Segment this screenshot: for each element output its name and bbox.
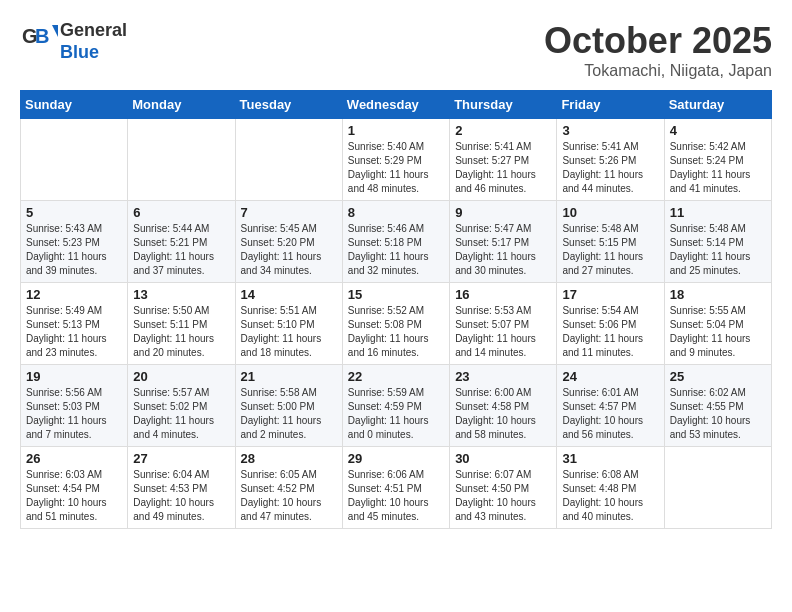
day-info: Sunrise: 5:40 AM Sunset: 5:29 PM Dayligh… — [348, 140, 444, 196]
day-info: Sunrise: 6:01 AM Sunset: 4:57 PM Dayligh… — [562, 386, 658, 442]
calendar-cell: 18Sunrise: 5:55 AM Sunset: 5:04 PM Dayli… — [664, 283, 771, 365]
calendar-cell: 14Sunrise: 5:51 AM Sunset: 5:10 PM Dayli… — [235, 283, 342, 365]
day-number: 21 — [241, 369, 337, 384]
calendar-cell: 29Sunrise: 6:06 AM Sunset: 4:51 PM Dayli… — [342, 447, 449, 529]
calendar-cell: 4Sunrise: 5:42 AM Sunset: 5:24 PM Daylig… — [664, 119, 771, 201]
day-info: Sunrise: 6:06 AM Sunset: 4:51 PM Dayligh… — [348, 468, 444, 524]
day-info: Sunrise: 5:42 AM Sunset: 5:24 PM Dayligh… — [670, 140, 766, 196]
day-info: Sunrise: 6:03 AM Sunset: 4:54 PM Dayligh… — [26, 468, 122, 524]
day-info: Sunrise: 5:57 AM Sunset: 5:02 PM Dayligh… — [133, 386, 229, 442]
day-info: Sunrise: 5:50 AM Sunset: 5:11 PM Dayligh… — [133, 304, 229, 360]
calendar-cell: 11Sunrise: 5:48 AM Sunset: 5:14 PM Dayli… — [664, 201, 771, 283]
day-info: Sunrise: 5:52 AM Sunset: 5:08 PM Dayligh… — [348, 304, 444, 360]
calendar-cell: 13Sunrise: 5:50 AM Sunset: 5:11 PM Dayli… — [128, 283, 235, 365]
day-number: 3 — [562, 123, 658, 138]
day-number: 20 — [133, 369, 229, 384]
day-info: Sunrise: 5:51 AM Sunset: 5:10 PM Dayligh… — [241, 304, 337, 360]
day-number: 8 — [348, 205, 444, 220]
calendar-cell: 10Sunrise: 5:48 AM Sunset: 5:15 PM Dayli… — [557, 201, 664, 283]
day-number: 4 — [670, 123, 766, 138]
column-header-tuesday: Tuesday — [235, 91, 342, 119]
calendar: SundayMondayTuesdayWednesdayThursdayFrid… — [20, 90, 772, 529]
day-number: 22 — [348, 369, 444, 384]
day-info: Sunrise: 5:44 AM Sunset: 5:21 PM Dayligh… — [133, 222, 229, 278]
calendar-cell: 22Sunrise: 5:59 AM Sunset: 4:59 PM Dayli… — [342, 365, 449, 447]
column-header-sunday: Sunday — [21, 91, 128, 119]
calendar-cell: 20Sunrise: 5:57 AM Sunset: 5:02 PM Dayli… — [128, 365, 235, 447]
calendar-cell: 17Sunrise: 5:54 AM Sunset: 5:06 PM Dayli… — [557, 283, 664, 365]
month-title: October 2025 — [544, 20, 772, 62]
day-info: Sunrise: 5:53 AM Sunset: 5:07 PM Dayligh… — [455, 304, 551, 360]
day-number: 13 — [133, 287, 229, 302]
day-number: 29 — [348, 451, 444, 466]
day-info: Sunrise: 5:45 AM Sunset: 5:20 PM Dayligh… — [241, 222, 337, 278]
title-block: October 2025 Tokamachi, Niigata, Japan — [544, 20, 772, 80]
day-number: 31 — [562, 451, 658, 466]
calendar-cell: 25Sunrise: 6:02 AM Sunset: 4:55 PM Dayli… — [664, 365, 771, 447]
day-number: 28 — [241, 451, 337, 466]
day-number: 23 — [455, 369, 551, 384]
day-number: 26 — [26, 451, 122, 466]
day-number: 5 — [26, 205, 122, 220]
day-number: 10 — [562, 205, 658, 220]
day-number: 27 — [133, 451, 229, 466]
day-number: 24 — [562, 369, 658, 384]
calendar-cell: 6Sunrise: 5:44 AM Sunset: 5:21 PM Daylig… — [128, 201, 235, 283]
calendar-cell: 16Sunrise: 5:53 AM Sunset: 5:07 PM Dayli… — [450, 283, 557, 365]
day-number: 9 — [455, 205, 551, 220]
location: Tokamachi, Niigata, Japan — [544, 62, 772, 80]
day-number: 6 — [133, 205, 229, 220]
logo-line2: Blue — [60, 42, 127, 64]
calendar-cell — [235, 119, 342, 201]
column-header-friday: Friday — [557, 91, 664, 119]
calendar-cell: 31Sunrise: 6:08 AM Sunset: 4:48 PM Dayli… — [557, 447, 664, 529]
day-number: 7 — [241, 205, 337, 220]
day-info: Sunrise: 5:48 AM Sunset: 5:15 PM Dayligh… — [562, 222, 658, 278]
calendar-cell: 12Sunrise: 5:49 AM Sunset: 5:13 PM Dayli… — [21, 283, 128, 365]
calendar-cell — [128, 119, 235, 201]
day-number: 17 — [562, 287, 658, 302]
svg-text:B: B — [35, 25, 49, 47]
calendar-cell: 26Sunrise: 6:03 AM Sunset: 4:54 PM Dayli… — [21, 447, 128, 529]
calendar-week-3: 12Sunrise: 5:49 AM Sunset: 5:13 PM Dayli… — [21, 283, 772, 365]
calendar-week-5: 26Sunrise: 6:03 AM Sunset: 4:54 PM Dayli… — [21, 447, 772, 529]
calendar-cell: 24Sunrise: 6:01 AM Sunset: 4:57 PM Dayli… — [557, 365, 664, 447]
calendar-cell — [664, 447, 771, 529]
calendar-cell: 9Sunrise: 5:47 AM Sunset: 5:17 PM Daylig… — [450, 201, 557, 283]
day-number: 19 — [26, 369, 122, 384]
calendar-cell: 19Sunrise: 5:56 AM Sunset: 5:03 PM Dayli… — [21, 365, 128, 447]
day-number: 18 — [670, 287, 766, 302]
calendar-cell: 7Sunrise: 5:45 AM Sunset: 5:20 PM Daylig… — [235, 201, 342, 283]
day-info: Sunrise: 5:43 AM Sunset: 5:23 PM Dayligh… — [26, 222, 122, 278]
column-header-wednesday: Wednesday — [342, 91, 449, 119]
calendar-cell: 27Sunrise: 6:04 AM Sunset: 4:53 PM Dayli… — [128, 447, 235, 529]
column-header-saturday: Saturday — [664, 91, 771, 119]
day-number: 30 — [455, 451, 551, 466]
day-number: 12 — [26, 287, 122, 302]
day-info: Sunrise: 5:59 AM Sunset: 4:59 PM Dayligh… — [348, 386, 444, 442]
calendar-cell: 15Sunrise: 5:52 AM Sunset: 5:08 PM Dayli… — [342, 283, 449, 365]
day-number: 15 — [348, 287, 444, 302]
day-info: Sunrise: 5:46 AM Sunset: 5:18 PM Dayligh… — [348, 222, 444, 278]
calendar-cell: 23Sunrise: 6:00 AM Sunset: 4:58 PM Dayli… — [450, 365, 557, 447]
day-info: Sunrise: 6:00 AM Sunset: 4:58 PM Dayligh… — [455, 386, 551, 442]
day-number: 2 — [455, 123, 551, 138]
header: G B General Blue October 2025 Tokamachi,… — [20, 20, 772, 80]
day-info: Sunrise: 5:41 AM Sunset: 5:27 PM Dayligh… — [455, 140, 551, 196]
day-number: 16 — [455, 287, 551, 302]
column-header-thursday: Thursday — [450, 91, 557, 119]
calendar-cell: 1Sunrise: 5:40 AM Sunset: 5:29 PM Daylig… — [342, 119, 449, 201]
calendar-cell: 28Sunrise: 6:05 AM Sunset: 4:52 PM Dayli… — [235, 447, 342, 529]
calendar-cell: 8Sunrise: 5:46 AM Sunset: 5:18 PM Daylig… — [342, 201, 449, 283]
calendar-header-row: SundayMondayTuesdayWednesdayThursdayFrid… — [21, 91, 772, 119]
day-info: Sunrise: 5:47 AM Sunset: 5:17 PM Dayligh… — [455, 222, 551, 278]
day-info: Sunrise: 5:55 AM Sunset: 5:04 PM Dayligh… — [670, 304, 766, 360]
column-header-monday: Monday — [128, 91, 235, 119]
calendar-cell: 5Sunrise: 5:43 AM Sunset: 5:23 PM Daylig… — [21, 201, 128, 283]
day-number: 11 — [670, 205, 766, 220]
calendar-week-4: 19Sunrise: 5:56 AM Sunset: 5:03 PM Dayli… — [21, 365, 772, 447]
day-info: Sunrise: 5:49 AM Sunset: 5:13 PM Dayligh… — [26, 304, 122, 360]
day-info: Sunrise: 5:48 AM Sunset: 5:14 PM Dayligh… — [670, 222, 766, 278]
logo: G B General Blue — [20, 20, 127, 63]
day-info: Sunrise: 5:56 AM Sunset: 5:03 PM Dayligh… — [26, 386, 122, 442]
